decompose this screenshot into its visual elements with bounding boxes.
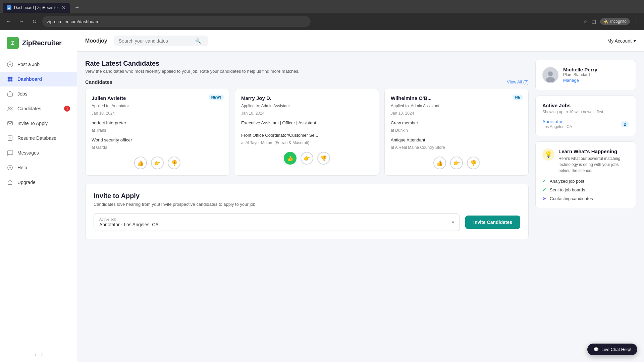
invite-to-apply-section: Invite to Apply Candidates love hearing … <box>85 184 529 239</box>
applied-date-2: Jan 10, 2024 <box>241 111 373 116</box>
svg-rect-7 <box>8 79 10 81</box>
thumbs-sideways-button-3[interactable]: 👉 <box>450 157 463 169</box>
search-input[interactable] <box>119 38 193 44</box>
bookmark-icon[interactable]: ☆ <box>583 19 588 24</box>
logo-text: ZipRecruiter <box>22 39 62 47</box>
sidebar-collapse-button[interactable] <box>0 348 77 362</box>
job-company-2b: at Al Tayer Motors (Ferrari & Maserati) <box>241 140 373 145</box>
thumbs-down-button-2[interactable]: 👎 <box>317 152 330 165</box>
rate-candidates-title: Rate Latest Candidates <box>85 60 529 67</box>
new-badge-1: NEW! <box>209 95 224 100</box>
rate-candidates-sub: View the candidates who most recently ap… <box>85 69 529 74</box>
thumbs-down-button-3[interactable]: 👎 <box>467 157 480 169</box>
applied-to-3: Applied to: Admin Assistant <box>391 104 522 108</box>
manage-link[interactable]: Manage <box>563 78 579 83</box>
address-bar[interactable] <box>42 16 311 27</box>
active-jobs-sub: Showing up to 10 with newest first. <box>542 110 629 114</box>
svg-text:?: ? <box>9 166 11 170</box>
search-icon: 🔍 <box>195 38 201 44</box>
my-account-menu[interactable]: My Account ▾ <box>607 38 636 44</box>
thumbs-down-button-1[interactable]: 👎 <box>168 157 180 169</box>
help-icon: ? <box>7 164 13 171</box>
incognito-badge: 🕵 Incognito <box>600 18 630 25</box>
reload-button[interactable]: ↻ <box>30 17 39 26</box>
active-job-select[interactable]: Active Job Annotator - Los Angeles, CA ▾ <box>94 214 460 231</box>
user-avatar <box>542 67 558 83</box>
live-chat-label: Live Chat Help! <box>601 347 631 352</box>
check-icon-1: ✔ <box>542 187 546 192</box>
active-jobs-card: Active Jobs Showing up to 10 with newest… <box>535 96 636 136</box>
sidebar-item-upgrade[interactable]: Upgrade <box>0 175 77 190</box>
tab-close-button[interactable]: ✕ <box>62 5 66 10</box>
candidate-card-2: Marry Joy D. Applied to: Admin Assistant… <box>235 89 379 176</box>
thumbs-up-button-2[interactable]: 👍 <box>284 152 297 165</box>
sidebar-item-post-job[interactable]: Post a Job <box>0 57 77 72</box>
chevron-down-icon: ▾ <box>634 38 636 44</box>
candidate-name-3: Wilhelmina O'B... <box>391 95 522 101</box>
learn-title: Learn What's Happening <box>558 148 629 154</box>
svg-rect-9 <box>8 93 12 96</box>
thumbs-up-button-1[interactable]: 👍 <box>134 157 147 169</box>
sidebar-item-help[interactable]: ? Help <box>0 160 77 175</box>
view-all-link[interactable]: View All (7) <box>507 79 529 84</box>
job-item-1: Annotator Los Angeles, CA 2 <box>542 119 629 129</box>
active-jobs-title: Active Jobs <box>542 103 629 108</box>
job-title-1a: perfect Interpreter <box>92 120 223 125</box>
candidate-name-2: Marry Joy D. <box>241 95 373 101</box>
sidebar-item-candidates[interactable]: Candidates 1 <box>0 101 77 116</box>
more-options-icon[interactable]: ⋮ <box>634 18 640 25</box>
sidebar-nav: Post a Job Dashboard Jobs Candidates 1 <box>0 54 77 348</box>
incognito-icon: 🕵 <box>603 19 608 24</box>
sidebar-item-messages[interactable]: Messages <box>0 145 77 160</box>
app: Z ZipRecruiter Post a Job Dashboard <box>0 30 644 362</box>
sidebar-item-resume[interactable]: Resume Database <box>0 131 77 145</box>
svg-rect-5 <box>8 77 10 79</box>
tab-title: Dashboard | ZipRecruiter <box>14 5 59 10</box>
sidebar-item-dashboard[interactable]: Dashboard <box>0 72 77 86</box>
job-company-3b: at A Real Maine Country Store <box>391 145 522 150</box>
back-button[interactable]: ← <box>4 17 13 26</box>
profile-card: Michelle Perry Plan: Standard Manage <box>535 60 636 90</box>
job-link-1[interactable]: Annotator <box>542 119 572 124</box>
search-box[interactable]: 🔍 <box>114 36 208 46</box>
learn-content: Learn What's Happening Here's what our p… <box>558 148 629 174</box>
invite-candidates-button[interactable]: Invite Candidates <box>465 216 520 229</box>
sidebar-label-post-job: Post a Job <box>17 62 40 67</box>
invite-sub: Candidates love hearing from you! Invite… <box>94 202 520 207</box>
rating-buttons-1: 👍 👉 👎 <box>92 157 223 169</box>
applied-date-3: Jan 10, 2024 <box>391 111 522 116</box>
live-chat-button[interactable]: 💬 Live Chat Help! <box>587 344 637 355</box>
learn-header: 💡 Learn What's Happening Here's what our… <box>542 148 629 174</box>
applied-to-2: Applied to: Admin Assistant <box>241 104 373 108</box>
svg-rect-6 <box>10 77 12 79</box>
browser-toolbar: ← → ↻ ☆ ◫ 🕵 Incognito ⋮ <box>0 13 644 30</box>
ziprecruiter-logo-icon: Z <box>7 37 19 49</box>
job-company-1b: at Garda <box>92 145 223 150</box>
applied-date-1: Jan 10, 2024 <box>92 111 223 116</box>
sidebar-label-messages: Messages <box>17 150 39 156</box>
job-title-2a: Executive Assistant | Officer | Assistan… <box>241 120 373 125</box>
profile-plan: Plan: Standard <box>563 72 597 77</box>
thumbs-sideways-button-1[interactable]: 👉 <box>151 157 164 169</box>
sidebar-item-invite[interactable]: Invite To Apply <box>0 116 77 131</box>
check-icon-0: ✔ <box>542 178 546 184</box>
job-info-1: Annotator Los Angeles, CA <box>542 119 572 129</box>
profile-icon[interactable]: ◫ <box>592 19 596 24</box>
thumbs-sideways-button-2[interactable]: 👉 <box>301 152 313 165</box>
sidebar-item-jobs[interactable]: Jobs <box>0 86 77 101</box>
active-job-value: Annotator - Los Angeles, CA <box>99 222 159 227</box>
new-tab-button[interactable]: + <box>71 3 83 13</box>
thumbs-up-button-3[interactable]: 👍 <box>433 157 446 169</box>
forward-button[interactable]: → <box>17 17 26 26</box>
candidate-card-3: NE Wilhelmina O'B... Applied to: Admin A… <box>384 89 529 176</box>
learn-item-text-0: Analyzed job post <box>550 179 584 184</box>
candidate-card-1: NEW! Julien Avriette Applied to: Annotat… <box>85 89 229 176</box>
messages-icon <box>7 149 13 156</box>
svg-point-21 <box>548 71 553 76</box>
profile-info: Michelle Perry Plan: Standard Manage <box>563 67 597 83</box>
content-area: Rate Latest Candidates View the candidat… <box>77 52 644 362</box>
candidate-name-1: Julien Avriette <box>92 95 223 101</box>
active-tab[interactable]: Z Dashboard | ZipRecruiter ✕ <box>3 3 70 13</box>
learn-item-2: ➤ Contacting candidates <box>542 196 629 201</box>
invite-icon <box>7 120 13 127</box>
